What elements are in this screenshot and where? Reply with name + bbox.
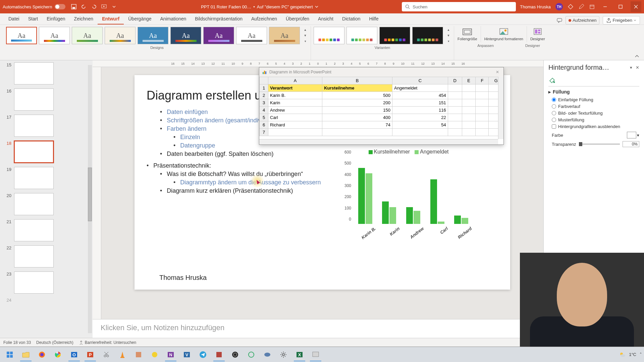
redo-icon[interactable]: [91, 4, 97, 10]
design-theme[interactable]: Aa: [39, 27, 70, 44]
fill-bucket-icon[interactable]: [548, 77, 556, 84]
app-icon[interactable]: [244, 348, 259, 361]
minimize-button[interactable]: [600, 1, 610, 12]
explorer-icon[interactable]: [18, 348, 34, 361]
horizontal-scrollbar[interactable]: [259, 139, 498, 144]
slide-thumbnail[interactable]: 19: [3, 167, 89, 189]
chevron-down-icon[interactable]: [315, 5, 318, 8]
notes-input[interactable]: Klicken Sie, um Notizen hinzuzufügen: [93, 319, 543, 338]
window-titlebar[interactable]: Diagramm in Microsoft PowerPoint ✕: [259, 67, 503, 77]
ribbon-tab[interactable]: Einfügen: [42, 14, 69, 24]
user-name[interactable]: Thomas Hruska: [520, 4, 551, 9]
slide-thumbnail[interactable]: 17: [3, 115, 89, 137]
ribbon-tab[interactable]: Übergänge: [124, 14, 156, 24]
slide-position[interactable]: Folie 18 von 33: [3, 340, 31, 345]
maximize-button[interactable]: [615, 1, 626, 12]
ribbon-tab[interactable]: Aufzeichnen: [247, 14, 281, 24]
design-theme[interactable]: Aa: [170, 27, 201, 44]
onenote-icon[interactable]: N: [163, 348, 178, 361]
design-theme[interactable]: Aa: [105, 27, 136, 44]
thumbnail-scrollbar[interactable]: [87, 60, 93, 338]
obs-icon[interactable]: [227, 348, 243, 361]
avatar[interactable]: TH: [555, 3, 563, 10]
design-theme[interactable]: Aa: [236, 27, 267, 44]
ribbon-collapse[interactable]: [633, 53, 641, 60]
design-theme[interactable]: Aa: [6, 27, 37, 44]
search-input[interactable]: Suchen: [402, 2, 516, 11]
pen-icon[interactable]: [578, 4, 584, 10]
ribbon-tab[interactable]: Ansicht: [314, 14, 338, 24]
language-label[interactable]: Deutsch (Österreich): [36, 340, 73, 345]
save-icon[interactable]: [71, 4, 77, 10]
start-button[interactable]: [2, 348, 17, 361]
design-theme[interactable]: Aa: [269, 27, 300, 44]
system-tray[interactable]: 1°C ˄: [619, 351, 642, 358]
ribbon-tab[interactable]: Start: [24, 14, 43, 24]
ribbon-tab[interactable]: Animationen: [156, 14, 191, 24]
outlook-icon[interactable]: O: [66, 348, 82, 361]
firefox-icon[interactable]: [34, 348, 50, 361]
chrome-icon[interactable]: [50, 348, 66, 361]
fill-gradient-option[interactable]: Farbverlauf: [552, 104, 639, 109]
fill-solid-option[interactable]: Einfarbige Füllung: [552, 97, 639, 102]
variant-theme[interactable]: [346, 27, 377, 44]
designs-more[interactable]: ▲▼▾: [303, 27, 308, 44]
calendar-icon[interactable]: [589, 4, 595, 10]
fill-pattern-option[interactable]: Musterfüllung: [552, 117, 639, 122]
comments-icon[interactable]: [557, 18, 562, 23]
hide-bg-graphics-option[interactable]: Hintergrundgrafiken ausblenden: [552, 124, 639, 129]
color-picker[interactable]: ▾: [627, 132, 639, 138]
app-icon[interactable]: [211, 348, 227, 361]
design-theme[interactable]: Aa: [203, 27, 234, 44]
chart-datasheet-window[interactable]: Diagramm in Microsoft PowerPoint ✕ ABCDE…: [259, 67, 504, 145]
vertical-scrollbar[interactable]: [498, 77, 503, 139]
app-icon[interactable]: V: [179, 348, 195, 361]
transparency-slider[interactable]: [579, 143, 620, 145]
powerpoint-icon[interactable]: P: [83, 348, 98, 361]
ribbon-tab[interactable]: Dictation: [338, 14, 365, 24]
slide-thumbnail[interactable]: 15: [3, 62, 89, 84]
undo-icon[interactable]: [81, 4, 87, 10]
slide-thumbnail[interactable]: 20: [3, 193, 89, 215]
slide-thumbnail[interactable]: 23: [3, 272, 89, 294]
design-theme[interactable]: Aa: [72, 27, 103, 44]
start-show-icon[interactable]: [101, 4, 107, 10]
ribbon-tab[interactable]: Entwurf: [98, 14, 124, 24]
app-icon[interactable]: [308, 348, 323, 361]
chart[interactable]: KursteilnehmerAngemeldet 010020030040050…: [339, 149, 473, 246]
designer-button[interactable]: Designer: [527, 26, 548, 42]
snip-icon[interactable]: [99, 348, 114, 361]
slide-canvas[interactable]: Diagramm erstellen und formati Daten ein…: [101, 67, 543, 319]
record-button[interactable]: Aufzeichnen: [566, 16, 600, 24]
ribbon-tab[interactable]: Zeichnen: [70, 14, 98, 24]
share-button[interactable]: Freigeben: [603, 16, 640, 24]
transparency-value[interactable]: 0%: [623, 141, 639, 147]
fill-picture-option[interactable]: Bild- oder Texturfüllung: [552, 111, 639, 116]
app-icon[interactable]: [131, 348, 146, 361]
ribbon-tab[interactable]: Bildschirmpräsentation: [191, 14, 247, 24]
excel-icon[interactable]: X: [292, 348, 307, 361]
vlc-icon[interactable]: [115, 348, 130, 361]
data-grid[interactable]: ABCDEFG1VerantwortKursteilnehmeAngemelde…: [259, 77, 503, 136]
variant-theme[interactable]: [412, 27, 443, 44]
telegram-icon[interactable]: [195, 348, 211, 361]
variant-theme[interactable]: [314, 27, 344, 44]
autosave-toggle[interactable]: [55, 4, 65, 9]
tray-chevron-icon[interactable]: ˄: [640, 352, 642, 357]
caret-down-icon[interactable]: ▸: [548, 89, 551, 95]
slide-thumbnail[interactable]: 16: [3, 88, 89, 111]
app-icon[interactable]: [260, 348, 275, 361]
variant-theme[interactable]: [379, 27, 410, 44]
document-name[interactable]: PPT 01 Roter Faden 00…: [201, 4, 251, 9]
close-icon[interactable]: ✕: [494, 70, 501, 74]
slide-thumbnail[interactable]: 22: [3, 245, 89, 267]
chevron-down-icon[interactable]: ▾: [630, 65, 632, 70]
close-icon[interactable]: ✕: [636, 65, 639, 70]
variants-more[interactable]: ▲▼▾: [446, 27, 451, 44]
design-theme[interactable]: Aa: [138, 27, 168, 44]
diamond-icon[interactable]: [568, 4, 574, 10]
ribbon-tab[interactable]: Überprüfen: [281, 14, 314, 24]
format-background-button[interactable]: Hintergrund formatieren: [481, 26, 527, 42]
settings-icon[interactable]: [276, 348, 291, 361]
accessibility-checker[interactable]: Barrierefreiheit: Untersuchen: [79, 340, 136, 345]
